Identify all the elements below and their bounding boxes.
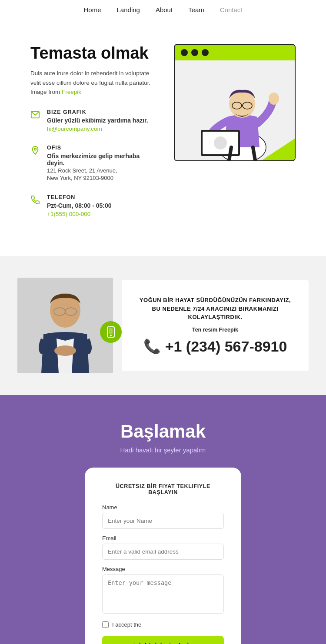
browser-body bbox=[175, 60, 295, 160]
form-message-group: Message bbox=[102, 566, 224, 615]
phone-number-display: 📞 +1 (234) 567-8910 bbox=[143, 338, 287, 355]
browser-topbar bbox=[175, 45, 295, 60]
svg-point-21 bbox=[110, 335, 112, 336]
svg-rect-20 bbox=[109, 328, 113, 334]
nav-about[interactable]: About bbox=[156, 6, 173, 13]
form-name-group: Name bbox=[102, 504, 224, 529]
svg-point-12 bbox=[269, 93, 279, 105]
contact-office-item: OFIS Ofis merkezimize gelip merhaba deyi… bbox=[30, 145, 156, 182]
form-accept-group: I accept the bbox=[102, 621, 224, 628]
phone-number-text: +1 (234) 567-8910 bbox=[165, 338, 287, 355]
contact-email-body: BIZE GRAFIK Güler yüzlü ekibimiz yardıma… bbox=[47, 109, 148, 133]
phone-image-wrap bbox=[17, 278, 122, 373]
office-line3: New York, NY 92103-9000 bbox=[47, 175, 156, 181]
phone-receiver-icon: 📞 bbox=[143, 338, 161, 355]
office-line1: Ofis merkezimize gelip merhaba deyin. bbox=[47, 153, 156, 166]
nav-team[interactable]: Team bbox=[188, 6, 204, 13]
contact-left: Temasta olmak Duis aute irure dolor in r… bbox=[30, 44, 156, 230]
nav-home[interactable]: Home bbox=[84, 6, 101, 13]
phone-title: TELEFON bbox=[47, 194, 112, 200]
browser-dot-3 bbox=[202, 49, 209, 56]
office-line2: 121 Rock Sreet, 21 Avenue, bbox=[47, 167, 156, 174]
phone-cta-content: YOĞUN BİR HAYAT SÜRDÜĞÜNÜZÜN FARKINDAYIZ… bbox=[122, 280, 309, 371]
email-input[interactable] bbox=[102, 544, 224, 560]
accept-label: I accept the bbox=[112, 621, 141, 628]
form-card: ÜCRETSIZ BİR FIYAT TEKLIFIYLE BAŞLAYIN N… bbox=[85, 468, 241, 644]
email-label: Email bbox=[102, 535, 224, 541]
contact-phone-item: TELEFON Pzt-Cum, 08:00 - 05:00 +1(555) 0… bbox=[30, 194, 156, 218]
phone-credit-brand: Freepik bbox=[219, 327, 238, 333]
svg-point-18 bbox=[54, 345, 76, 356]
email-title: BIZE GRAFIK bbox=[47, 109, 148, 115]
email-link[interactable]: hi@ourcompany.com bbox=[47, 126, 102, 132]
nav-contact[interactable]: Contact bbox=[220, 6, 243, 13]
start-subtitle: Hadi havalı bir şeyler yapalım bbox=[120, 446, 206, 454]
form-heading: ÜCRETSIZ BİR FIYAT TEKLIFIYLE BAŞLAYIN bbox=[102, 483, 224, 495]
contact-phone-body: TELEFON Pzt-Cum, 08:00 - 05:00 +1(555) 0… bbox=[47, 194, 112, 218]
person-photo bbox=[17, 278, 113, 373]
nav-landing[interactable]: Landing bbox=[117, 6, 140, 13]
contact-illustration bbox=[174, 44, 296, 161]
accept-checkbox[interactable] bbox=[102, 621, 109, 628]
submit-button[interactable]: talebinizi gönderin bbox=[102, 636, 224, 644]
contact-heading: Temasta olmak bbox=[30, 44, 156, 63]
phone-icon bbox=[30, 195, 41, 206]
phone-link[interactable]: +1(555) 000-000 bbox=[47, 211, 90, 217]
form-email-group: Email bbox=[102, 535, 224, 560]
browser-dot-2 bbox=[191, 49, 198, 56]
phone-cta-section: YOĞUN BİR HAYAT SÜRDÜĞÜNÜZÜN FARKINDAYIZ… bbox=[0, 256, 326, 395]
contact-email-item: BIZE GRAFIK Güler yüzlü ekibimiz yardıma… bbox=[30, 109, 156, 133]
person-illustration bbox=[175, 60, 295, 160]
freepik-link[interactable]: Freepik bbox=[62, 89, 81, 95]
name-input[interactable] bbox=[102, 513, 224, 529]
browser-mockup bbox=[174, 44, 296, 161]
start-heading: Başlamak bbox=[120, 421, 206, 442]
svg-point-11 bbox=[214, 136, 227, 149]
svg-point-1 bbox=[34, 148, 37, 150]
email-icon bbox=[30, 110, 41, 120]
navigation: Home Landing About Team Contact bbox=[0, 0, 326, 18]
phone-credit: Ten resim Freepik bbox=[192, 327, 238, 333]
contact-office-body: OFIS Ofis merkezimize gelip merhaba deyi… bbox=[47, 145, 156, 182]
contact-description: Duis aute irure dolor in rehenderit in v… bbox=[30, 69, 156, 97]
phone-badge bbox=[100, 321, 122, 343]
phone-badge-icon bbox=[105, 326, 117, 338]
office-title: OFIS bbox=[47, 145, 156, 151]
name-label: Name bbox=[102, 504, 224, 511]
phone-tagline: YOĞUN BİR HAYAT SÜRDÜĞÜNÜZÜN FARKINDAYIZ… bbox=[139, 296, 291, 322]
browser-dot-1 bbox=[181, 49, 188, 56]
phone-person bbox=[17, 278, 113, 373]
phone-hours: Pzt-Cum, 08:00 - 05:00 bbox=[47, 202, 112, 209]
email-line1: Güler yüzlü ekibimiz yardıma hazır. bbox=[47, 117, 148, 124]
location-icon bbox=[30, 146, 41, 156]
message-textarea[interactable] bbox=[102, 574, 224, 614]
message-label: Message bbox=[102, 566, 224, 572]
contact-section: Temasta olmak Duis aute irure dolor in r… bbox=[0, 18, 326, 256]
start-section: Başlamak Hadi havalı bir şeyler yapalım … bbox=[0, 395, 326, 644]
